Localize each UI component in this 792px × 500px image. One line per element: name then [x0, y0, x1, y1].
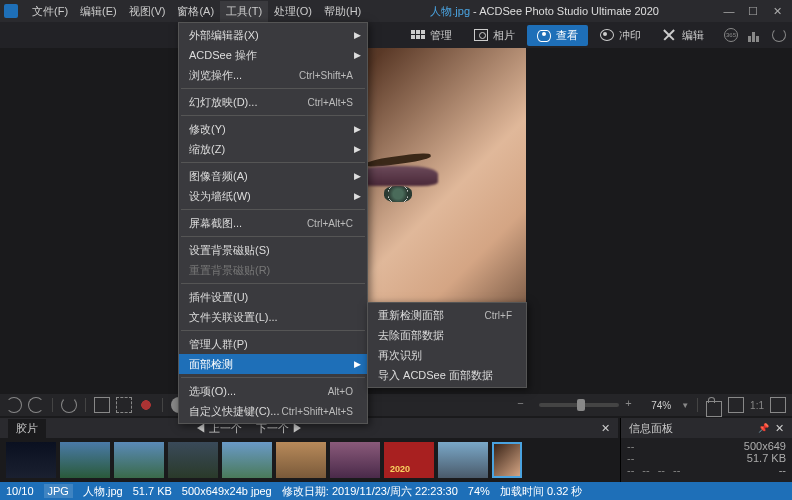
info-panel: --500x649 --51.7 KB ----------: [620, 438, 792, 482]
submenu-item[interactable]: 重新检测面部Ctrl+F: [368, 305, 526, 325]
filmstrip-tab[interactable]: 胶片: [8, 419, 46, 438]
eye-icon: [537, 30, 551, 42]
info-panel-header: 信息面板 📌 ✕: [620, 418, 792, 438]
info-dimensions: 500x649: [744, 440, 786, 452]
mode-bar: 管理 相片 查看 冲印 编辑 365: [0, 22, 792, 48]
menu-help[interactable]: 帮助(H): [318, 1, 367, 22]
submenu-item[interactable]: 导入 ACDSee 面部数据: [368, 365, 526, 385]
window-controls: — ☐ ✕: [722, 5, 784, 18]
menu-item[interactable]: 设为墙纸(W)▶: [179, 186, 367, 206]
view-toolbar: − + 74% ▼ 1:1: [0, 394, 792, 416]
zoom-slider[interactable]: [539, 403, 619, 407]
zoom-out-icon[interactable]: −: [517, 397, 533, 413]
fullscreen-icon[interactable]: [770, 397, 786, 413]
thumbnail[interactable]: [222, 442, 272, 478]
menu-item[interactable]: 设置背景磁贴(S): [179, 240, 367, 260]
select-icon[interactable]: [94, 397, 110, 413]
status-zoom: 74%: [468, 485, 490, 497]
thumbnail[interactable]: [6, 442, 56, 478]
menu-item[interactable]: 屏幕截图...Ctrl+Alt+C: [179, 213, 367, 233]
target-icon: [600, 29, 614, 41]
filmstrip-close-icon[interactable]: ✕: [601, 422, 610, 435]
redeye-icon[interactable]: [138, 397, 154, 413]
refresh-icon[interactable]: [61, 397, 77, 413]
thumbnail[interactable]: [276, 442, 326, 478]
maximize-button[interactable]: ☐: [746, 5, 760, 18]
thumbnail[interactable]: [60, 442, 110, 478]
menu-item[interactable]: 面部检测▶: [179, 354, 367, 374]
menu-item: 重置背景磁贴(R): [179, 260, 367, 280]
info-close-icon[interactable]: ✕: [775, 422, 784, 435]
actual-size-icon[interactable]: 1:1: [750, 400, 764, 411]
grid-icon: [411, 29, 425, 41]
status-bar: 10/10 JPG 人物.jpg 51.7 KB 500x649x24b jpe…: [0, 482, 792, 500]
titlebar: 文件(F) 编辑(E) 视图(V) 窗格(A) 工具(T) 处理(O) 帮助(H…: [0, 0, 792, 22]
filmstrip[interactable]: [0, 438, 618, 482]
menu-file[interactable]: 文件(F): [26, 1, 74, 22]
status-count: 10/10: [6, 485, 34, 497]
face-detection-submenu: 重新检测面部Ctrl+F去除面部数据再次识别导入 ACDSee 面部数据: [367, 302, 527, 388]
menu-item[interactable]: 外部编辑器(X)▶: [179, 25, 367, 45]
status-filename: 人物.jpg: [83, 484, 123, 499]
mode-manage[interactable]: 管理: [401, 25, 462, 46]
mode-develop[interactable]: 冲印: [590, 25, 651, 46]
menu-tools[interactable]: 工具(T): [220, 1, 268, 22]
status-modified: 修改日期: 2019/11/23/周六 22:23:30: [282, 484, 458, 499]
menu-item[interactable]: 自定义快捷键(C)...Ctrl+Shift+Alt+S: [179, 401, 367, 421]
zoom-in-icon[interactable]: +: [625, 397, 641, 413]
minimize-button[interactable]: —: [722, 5, 736, 18]
fit-icon[interactable]: [728, 397, 744, 413]
menu-view[interactable]: 视图(V): [123, 1, 172, 22]
dashboard-icon[interactable]: [748, 28, 762, 42]
menu-item[interactable]: 缩放(Z)▶: [179, 139, 367, 159]
status-loadtime: 加载时间 0.32 秒: [500, 484, 583, 499]
rotate-right-icon[interactable]: [28, 397, 44, 413]
app-icon: [4, 4, 18, 18]
tools-dropdown: 外部编辑器(X)▶ACDSee 操作▶浏览操作...Ctrl+Shift+A幻灯…: [178, 22, 368, 424]
zoom-value[interactable]: 74%: [651, 400, 671, 411]
365-icon[interactable]: 365: [724, 28, 738, 42]
menu-item[interactable]: 选项(O)...Alt+O: [179, 381, 367, 401]
menu-item[interactable]: ACDSee 操作▶: [179, 45, 367, 65]
thumbnail[interactable]: [168, 442, 218, 478]
status-filesize: 51.7 KB: [133, 485, 172, 497]
thumbnail-selected[interactable]: [492, 442, 522, 478]
pin-icon[interactable]: 📌: [758, 423, 769, 433]
mode-edit[interactable]: 编辑: [653, 25, 714, 46]
rotate-left-icon[interactable]: [6, 397, 22, 413]
lock-icon[interactable]: [706, 401, 722, 417]
menu-item[interactable]: 幻灯放映(D)...Ctrl+Alt+S: [179, 92, 367, 112]
crop-icon[interactable]: [116, 397, 132, 413]
submenu-item[interactable]: 再次识别: [368, 345, 526, 365]
menu-panes[interactable]: 窗格(A): [171, 1, 220, 22]
submenu-item[interactable]: 去除面部数据: [368, 325, 526, 345]
menu-item[interactable]: 浏览操作...Ctrl+Shift+A: [179, 65, 367, 85]
close-button[interactable]: ✕: [770, 5, 784, 18]
status-format: JPG: [44, 484, 73, 498]
menu-item[interactable]: 图像音频(A)▶: [179, 166, 367, 186]
thumbnail[interactable]: [114, 442, 164, 478]
menu-item[interactable]: 插件设置(U): [179, 287, 367, 307]
photo-icon: [474, 29, 488, 41]
window-title: 人物.jpg - ACDSee Photo Studio Ultimate 20…: [367, 4, 722, 19]
status-dimensions: 500x649x24b jpeg: [182, 485, 272, 497]
info-panel-title: 信息面板: [629, 421, 673, 436]
menu-item[interactable]: 管理人群(P): [179, 334, 367, 354]
zoom-dropdown-icon[interactable]: ▼: [681, 401, 689, 410]
menubar: 文件(F) 编辑(E) 视图(V) 窗格(A) 工具(T) 处理(O) 帮助(H…: [26, 1, 367, 22]
info-filesize: 51.7 KB: [747, 452, 786, 464]
cross-icon: [663, 29, 677, 41]
thumbnail[interactable]: [384, 442, 434, 478]
menu-process[interactable]: 处理(O): [268, 1, 318, 22]
sync-icon[interactable]: [772, 28, 786, 42]
menu-item[interactable]: 修改(Y)▶: [179, 119, 367, 139]
thumbnail[interactable]: [438, 442, 488, 478]
mode-photos[interactable]: 相片: [464, 25, 525, 46]
thumbnail[interactable]: [330, 442, 380, 478]
menu-edit[interactable]: 编辑(E): [74, 1, 123, 22]
mode-view[interactable]: 查看: [527, 25, 588, 46]
menu-item[interactable]: 文件关联设置(L)...: [179, 307, 367, 327]
